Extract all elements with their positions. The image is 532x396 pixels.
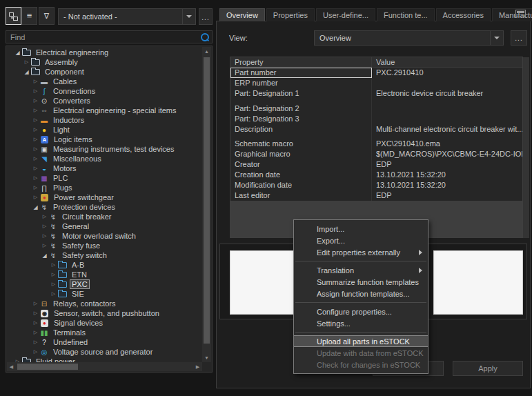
tab-properties[interactable]: Properties: [266, 8, 315, 21]
search-box[interactable]: [6, 30, 213, 43]
tree-item-safety-switch[interactable]: ◢↯Safety switch: [7, 250, 202, 260]
table-row[interactable]: Modification date13.10.2021 15:32:20: [230, 180, 522, 190]
tree-item-safety-fuse[interactable]: ▷↯Safety fuse: [7, 241, 202, 250]
filter-button[interactable]: ∇: [39, 7, 55, 25]
collapse-arrow-icon[interactable]: ◢: [41, 253, 48, 259]
value-cell[interactable]: 13.10.2021 15:32:20: [372, 180, 522, 190]
tree-item-general[interactable]: ▷↯General: [7, 221, 202, 231]
expand-arrow-icon[interactable]: ▷: [32, 117, 39, 123]
tree-item-power-switchgear[interactable]: ▷●Power switchgear: [7, 192, 202, 202]
tree-item-circuit-breaker[interactable]: ▷↯Circuit breaker: [7, 212, 202, 221]
expand-arrow-icon[interactable]: ▷: [23, 59, 30, 65]
property-cell[interactable]: Last editor: [230, 190, 372, 201]
collapse-arrow-icon[interactable]: ◢: [32, 204, 39, 210]
expand-arrow-icon[interactable]: ▷: [32, 127, 39, 132]
expand-arrow-icon[interactable]: ▷: [41, 243, 48, 248]
tree-item-pxc[interactable]: ▷PXC: [7, 279, 202, 289]
tree-item-inductors[interactable]: ▷▬Inductors: [7, 115, 202, 125]
expand-arrow-icon[interactable]: ▷: [32, 137, 39, 142]
scroll-down-icon[interactable]: ▼: [202, 353, 211, 362]
property-cell[interactable]: Modification date: [230, 180, 372, 190]
tree-item-plc[interactable]: ▷▦PLC: [7, 173, 202, 183]
dropdown-arrow-icon[interactable]: [182, 9, 195, 24]
collapse-arrow-icon[interactable]: ◢: [23, 69, 30, 75]
property-cell[interactable]: Part: Designation 3: [230, 114, 372, 124]
expand-arrow-icon[interactable]: ▷: [50, 262, 57, 268]
expand-arrow-icon[interactable]: ▷: [32, 320, 39, 326]
tree-item-assembly[interactable]: ▷Assembly: [7, 57, 202, 67]
property-cell[interactable]: Creation date: [230, 170, 372, 180]
table-row[interactable]: Schematic macroPXC\2910410.ema: [230, 139, 522, 149]
table-row[interactable]: CreatorEDP: [230, 159, 522, 170]
tree-item-miscellaneous[interactable]: ▷◥Miscellaneous: [7, 154, 202, 164]
tab-overview[interactable]: Overview: [219, 8, 265, 21]
tree-item-etn[interactable]: ▷ETN: [7, 270, 202, 279]
menu-item-upload-all-parts-in-estock[interactable]: Upload all parts in eSTOCK: [294, 335, 428, 347]
filter-scheme-dropdown[interactable]: - Not activated -: [58, 8, 196, 25]
value-cell[interactable]: PXC.2910410: [372, 68, 522, 78]
filter-more-button[interactable]: ...: [199, 8, 213, 25]
tree-item-voltage-source-and-generator[interactable]: ▷◎Voltage source and generator: [7, 347, 202, 357]
value-cell[interactable]: [372, 78, 522, 88]
tab-user-define[interactable]: User-define...: [316, 8, 375, 21]
value-cell[interactable]: [372, 114, 522, 124]
table-row[interactable]: Part: Designation 3: [230, 114, 522, 124]
table-row[interactable]: Graphical macro$(MD_MACROS)\PXC\CBMC-E4-…: [230, 149, 522, 159]
expand-arrow-icon[interactable]: ▷: [32, 98, 39, 103]
expand-arrow-icon[interactable]: ▷: [41, 233, 48, 239]
expand-arrow-icon[interactable]: ▷: [32, 310, 39, 316]
search-icon[interactable]: [199, 32, 209, 42]
tree-item-protection-devices[interactable]: ◢↯Protection devices: [7, 202, 202, 212]
view-dropdown[interactable]: Overview: [314, 30, 504, 46]
tree-item-logic-items[interactable]: ▷ALogic items: [7, 135, 202, 144]
tree-item-connections[interactable]: ▷ʃConnections: [7, 86, 202, 96]
table-row[interactable]: Part numberPXC.2910410: [230, 68, 522, 78]
menu-item-assign-function-templates[interactable]: Assign function templates...: [294, 288, 428, 299]
scroll-left-icon[interactable]: ◀: [7, 362, 16, 371]
tree-item-a-b[interactable]: ▷A-B: [7, 260, 202, 270]
scroll-right-icon[interactable]: ▶: [193, 362, 202, 371]
expand-arrow-icon[interactable]: ▷: [32, 349, 39, 355]
tab-accessories[interactable]: Accessories: [436, 8, 491, 21]
value-cell[interactable]: Electronic device circuit breaker: [372, 88, 522, 103]
expand-arrow-icon[interactable]: ▷: [32, 156, 39, 161]
expand-arrow-icon[interactable]: ▷: [32, 195, 39, 200]
expand-arrow-icon[interactable]: ▷: [32, 175, 39, 181]
value-cell[interactable]: $(MD_MACROS)\PXC\CBMC-E4-24DC-IOL...: [372, 149, 522, 159]
expand-arrow-icon[interactable]: ▷: [32, 79, 39, 84]
expand-arrow-icon[interactable]: ▷: [32, 185, 39, 190]
table-row[interactable]: Creation date13.10.2021 15:32:20: [230, 170, 522, 180]
tree-item-light[interactable]: ▷●Light: [7, 125, 202, 135]
value-cell[interactable]: 13.10.2021 15:32:20: [372, 170, 522, 180]
tab-overflow-icon[interactable]: [515, 10, 526, 17]
expand-arrow-icon[interactable]: ▷: [32, 166, 39, 171]
property-cell[interactable]: ERP number: [230, 78, 372, 88]
tree-item-fluid-power[interactable]: ▷Fluid power: [7, 357, 202, 362]
expand-arrow-icon[interactable]: ▷: [50, 272, 57, 277]
view-more-button[interactable]: ...: [511, 30, 527, 46]
tree-item-signal-devices[interactable]: ▷●Signal devices: [7, 318, 202, 328]
list-view-button[interactable]: ≡: [21, 7, 37, 25]
table-scrollbar-gutter[interactable]: [523, 57, 529, 238]
tree-vertical-scrollbar[interactable]: ▲ ▼: [202, 47, 211, 362]
property-cell[interactable]: Part: Designation 2: [230, 103, 372, 114]
expand-arrow-icon[interactable]: ▷: [32, 108, 39, 113]
menu-item-edit-properties-externally[interactable]: Edit properties externally: [294, 246, 428, 258]
table-row[interactable]: Part: Designation 1Electronic device cir…: [230, 88, 522, 103]
tree-item-cables[interactable]: ▷▬Cables: [7, 77, 202, 86]
property-cell[interactable]: Part number: [230, 68, 372, 78]
tab-function-te[interactable]: Function te...: [377, 8, 435, 21]
menu-item-export[interactable]: Export...: [294, 235, 428, 246]
tree-item-motor-overload-switch[interactable]: ▷↯Motor overload switch: [7, 231, 202, 241]
tree-item-plugs[interactable]: ▷∏Plugs: [7, 183, 202, 192]
property-cell[interactable]: Part: Designation 1: [230, 88, 372, 103]
tree-item-sie[interactable]: ▷SIE: [7, 289, 202, 299]
expand-arrow-icon[interactable]: ▷: [32, 330, 39, 335]
tab-manufactur[interactable]: Manufactur...: [492, 8, 532, 21]
tree-item-electrical-engineering-special-items[interactable]: ▷◦◦Electrical engineering - special item…: [7, 106, 202, 115]
property-cell[interactable]: Schematic macro: [230, 139, 372, 149]
expand-arrow-icon[interactable]: ▷: [41, 214, 48, 219]
tree-item-converters[interactable]: ▷⊙Converters: [7, 96, 202, 106]
value-cell[interactable]: EDP: [372, 190, 522, 201]
property-cell[interactable]: Description: [230, 124, 372, 139]
